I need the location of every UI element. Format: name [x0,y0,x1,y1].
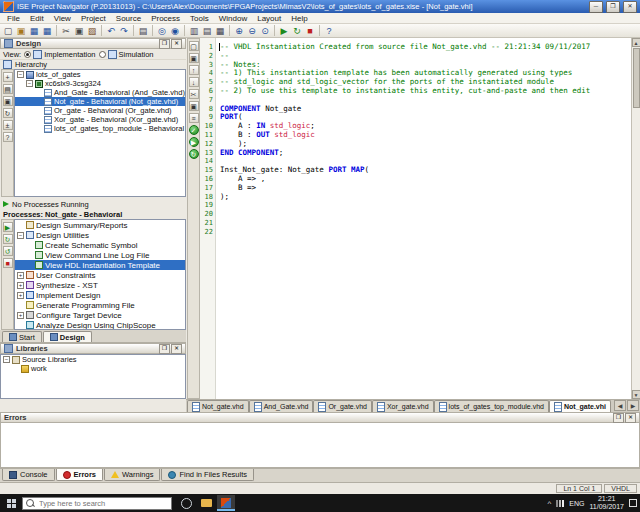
scrollbar-thumb[interactable] [633,48,640,108]
errors-float-button[interactable]: ❒ [613,413,624,423]
menu-source[interactable]: Source [111,14,146,23]
code-line[interactable] [220,219,631,228]
code-line[interactable]: B => [220,184,631,193]
console-tab-warning[interactable]: Warnings [104,469,160,481]
find-in-files-icon[interactable]: ◉ [169,25,181,37]
zoom-full-icon[interactable]: ⊙ [259,25,271,37]
expander-minus-icon[interactable]: − [17,71,24,78]
redo-icon[interactable]: ↷ [118,25,130,37]
file-tab[interactable]: Xor_gate.vhd [372,400,434,412]
tree-item[interactable]: +User Constraints [15,270,185,280]
code-line[interactable] [220,210,631,219]
code-line[interactable]: END COMPONENT; [220,149,631,158]
tab-scroll-right-icon[interactable]: ▶ [627,400,639,411]
cortana-app-icon[interactable] [177,495,195,511]
copy-line-icon[interactable]: ▣ [189,101,199,111]
start-button[interactable] [0,494,22,512]
stop-process-icon[interactable]: ■ [3,258,13,268]
code-line[interactable]: -- [220,52,631,61]
print-icon[interactable]: ▤ [137,25,149,37]
indent-icon[interactable]: ≡ [189,113,199,123]
code-line[interactable]: B : OUT std_logic [220,131,631,140]
rerun-icon[interactable]: ↻ [291,25,303,37]
check-syntax-icon[interactable]: ✓ [189,125,199,135]
hierarchy-help-icon[interactable]: ? [3,132,13,142]
tree-item[interactable]: +Implement Design [15,290,185,300]
tree-item[interactable]: Design Summary/Reports [15,220,185,230]
save-all-icon[interactable]: ▦ [41,25,53,37]
code-line[interactable]: -- 2) To use this template to instantiat… [220,87,631,96]
rerun-process-icon[interactable]: ↻ [3,234,13,244]
file-tab[interactable]: Not_gate.vhd [187,400,249,412]
find-icon[interactable]: ◎ [156,25,168,37]
menu-tools[interactable]: Tools [185,14,214,23]
network-icon[interactable] [556,500,564,507]
zoom-out-icon[interactable]: ⊖ [246,25,258,37]
menu-file[interactable]: File [2,14,25,23]
prev-bookmark-icon[interactable]: ↑ [189,65,199,75]
code-line[interactable]: ); [220,193,631,202]
paste-icon[interactable]: ▨ [86,25,98,37]
tree-item[interactable]: +Synthesize - XST [15,280,185,290]
rerun-all-icon[interactable]: ↺ [3,246,13,256]
scroll-down-arrow-icon[interactable]: ▼ [632,390,640,399]
menu-window[interactable]: Window [214,14,252,23]
save-icon[interactable]: ▦ [28,25,40,37]
panel-tab-start[interactable]: Start [2,331,42,342]
stop-icon[interactable]: ■ [304,25,316,37]
toggle-bookmark-icon[interactable]: ▣ [189,53,199,63]
scroll-up-arrow-icon[interactable]: ▲ [632,38,640,47]
tree-item[interactable]: −lots_of_gates [15,70,185,79]
new-source-icon[interactable]: + [3,72,13,82]
file-tab[interactable]: Not_gate.vhi [549,400,611,412]
tree-item[interactable]: +Configure Target Device [15,310,185,320]
expander-plus-icon[interactable]: + [17,282,24,289]
run-icon[interactable]: ▶ [278,25,290,37]
code-line[interactable]: COMPONENT Not_gate [220,105,631,114]
new-file-icon[interactable]: ▢ [2,25,14,37]
menu-process[interactable]: Process [146,14,185,23]
console-tab-error[interactable]: Errors [56,469,104,481]
editor-scrollbar[interactable]: ▲ ▼ [631,38,640,399]
cut-line-icon[interactable]: ✂ [189,89,199,99]
file-tab[interactable]: Or_gate.vhd [313,400,372,412]
run-process-icon[interactable]: ▶ [3,222,13,232]
tree-item[interactable]: And_Gate - Behavioral (And_Gate.vhd) [15,88,185,97]
code-line[interactable] [220,228,631,237]
code-line[interactable]: Inst_Not_gate: Not_gate PORT MAP( [220,166,631,175]
view-option-implementation[interactable]: Implementation [24,50,95,59]
tree-item[interactable]: Generate Programming File [15,300,185,310]
file-tab[interactable]: lots_of_gates_top_module.vhd [434,400,549,412]
ise-app-icon[interactable] [217,495,235,511]
taskbar-clock[interactable]: 21:21 11/09/2017 [589,495,624,511]
tree-item[interactable]: View HDL Instantiation Template [15,260,185,270]
cascade-windows-icon[interactable]: ▤ [201,25,213,37]
expander-minus-icon[interactable]: − [17,232,24,239]
tab-scroll-left-icon[interactable]: ◀ [614,400,626,411]
expander-plus-icon[interactable]: + [17,272,24,279]
tree-item[interactable]: Create Schematic Symbol [15,240,185,250]
maximize-button[interactable]: ❒ [606,1,620,13]
tile-windows-icon[interactable]: ▦ [214,25,226,37]
close-button[interactable]: ✕ [623,1,637,13]
undo-icon[interactable]: ↶ [105,25,117,37]
libraries-close-button[interactable]: ✕ [171,344,182,354]
language-badge[interactable]: ENG [569,500,584,507]
tree-item[interactable]: Not_gate - Behavioral (Not_gate.vhd) [15,97,185,106]
new-window-icon[interactable]: ▥ [188,25,200,37]
tree-item[interactable]: −Design Utilities [15,230,185,240]
design-float-button[interactable]: ❒ [159,39,170,49]
code-line[interactable]: A => , [220,175,631,184]
libraries-float-button[interactable]: ❒ [159,344,170,354]
code-line[interactable] [220,201,631,210]
next-bookmark-icon[interactable]: ↓ [189,77,199,87]
code-line[interactable]: -- VHDL Instantiation Created from sourc… [220,43,631,52]
menu-edit[interactable]: Edit [25,14,49,23]
menu-layout[interactable]: Layout [252,14,286,23]
file-explorer-app-icon[interactable] [197,495,215,511]
run-check-icon[interactable]: ▶ [189,137,199,147]
select-tool-icon[interactable]: ▢ [189,41,199,51]
cut-icon[interactable]: ✂ [60,25,72,37]
tree-item[interactable]: View Command Line Log File [15,250,185,260]
tree-item[interactable]: −Source Libraries [1,355,185,364]
